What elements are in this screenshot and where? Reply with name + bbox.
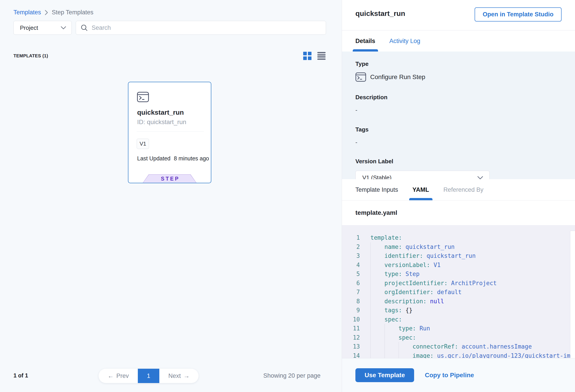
grid-view-icon[interactable] xyxy=(303,52,311,60)
search-box xyxy=(76,21,326,35)
template-details-panel: quickstart_run Open in Template Studio D… xyxy=(342,0,575,392)
details-footer: Use Template Copy to Pipeline xyxy=(342,358,575,392)
terminal-icon xyxy=(355,72,366,82)
yaml-subtabs: Template Inputs YAML Referenced By xyxy=(342,179,575,201)
breadcrumb: Templates Step Templates xyxy=(13,9,94,16)
pagination: ← Prev 1 Next → xyxy=(99,369,198,383)
view-toggles xyxy=(303,52,326,60)
yaml-code-lines: 1template:2 name: quickstart_run3 identi… xyxy=(342,233,575,358)
copy-to-pipeline-link[interactable]: Copy to Pipeline xyxy=(425,372,474,379)
tab-activity-log[interactable]: Activity Log xyxy=(389,30,420,51)
breadcrumb-current: Step Templates xyxy=(52,9,94,16)
version-label: Version Label xyxy=(355,158,562,165)
step-type-ribbon: STEP xyxy=(143,174,196,183)
description-label: Description xyxy=(355,94,562,101)
pagination-position: 1 of 1 xyxy=(13,372,28,379)
yaml-line: 7 orgIdentifier: default xyxy=(342,288,575,297)
search-icon xyxy=(80,24,88,32)
yaml-line: 14 image: us.gcr.io/playground-123/quick… xyxy=(342,351,575,359)
scope-select[interactable]: Project xyxy=(13,21,72,35)
next-page-button[interactable]: Next → xyxy=(159,369,198,383)
yaml-file-name: template.yaml xyxy=(355,209,397,216)
yaml-line: 4 versionLabel: V1 xyxy=(342,260,575,270)
tags-value: - xyxy=(355,139,562,146)
templates-list-panel: Templates Step Templates Project TEMPLAT… xyxy=(0,0,342,392)
template-card-title: quickstart_run xyxy=(137,109,184,116)
yaml-line: 6 projectIdentifier: ArchitProject xyxy=(342,279,575,288)
yaml-line: 13 connectorRef: account.harnessImage xyxy=(342,342,575,351)
yaml-code-block: 1template:2 name: quickstart_run3 identi… xyxy=(342,225,575,358)
tab-template-inputs[interactable]: Template Inputs xyxy=(355,179,398,200)
next-arrow-icon: → xyxy=(184,372,190,379)
description-value: - xyxy=(355,107,562,114)
open-in-template-studio-button[interactable]: Open in Template Studio xyxy=(475,7,562,22)
scope-select-value: Project xyxy=(20,24,38,31)
tab-details[interactable]: Details xyxy=(355,30,375,51)
yaml-line: 1template: xyxy=(342,233,575,242)
tab-referenced-by[interactable]: Referenced By xyxy=(443,179,483,200)
details-title: quickstart_run xyxy=(355,9,405,18)
type-label: Type xyxy=(355,61,562,68)
indent-guide xyxy=(399,342,399,358)
yaml-line: 10 spec: xyxy=(342,315,575,324)
prev-page-button[interactable]: ← Prev xyxy=(99,369,138,383)
terminal-icon xyxy=(137,92,149,102)
details-tabs: Details Activity Log xyxy=(342,30,575,51)
yaml-line: 3 identifier: quickstart_run xyxy=(342,251,575,260)
indent-guide xyxy=(384,324,385,358)
yaml-line: 11 type: Run xyxy=(342,324,575,333)
version-badge: V1 xyxy=(137,139,149,149)
yaml-line: 9 tags: {} xyxy=(342,306,575,315)
yaml-line: 12 spec: xyxy=(342,333,575,342)
yaml-line: 2 name: quickstart_run xyxy=(342,242,575,252)
list-view-icon[interactable] xyxy=(317,52,326,60)
chevron-down-icon xyxy=(477,176,483,179)
prev-label: Prev xyxy=(116,372,129,379)
chevron-down-icon xyxy=(61,26,66,29)
card-divider xyxy=(137,131,204,132)
file-row: template.yaml xyxy=(342,201,575,225)
templates-count-heading: TEMPLATES (1) xyxy=(13,53,48,58)
last-updated-value: 8 minutes ago xyxy=(174,155,209,162)
details-header: quickstart_run Open in Template Studio xyxy=(342,0,575,30)
template-card-id: ID: quickstart_run xyxy=(137,118,186,126)
last-updated-label: Last Updated xyxy=(137,155,170,162)
yaml-line: 5 type: Step xyxy=(342,270,575,279)
breadcrumb-templates-link[interactable]: Templates xyxy=(13,9,41,16)
yaml-line: 8 description: null xyxy=(342,297,575,306)
tags-label: Tags xyxy=(355,126,562,133)
type-value: Configure Run Step xyxy=(370,73,425,81)
prev-arrow-icon: ← xyxy=(108,372,114,379)
step-type-ribbon-label: STEP xyxy=(160,176,180,182)
use-template-button[interactable]: Use Template xyxy=(355,368,414,382)
next-label: Next xyxy=(168,372,181,379)
breadcrumb-chevron-icon xyxy=(45,10,48,15)
last-updated-row: Last Updated 8 minutes ago xyxy=(137,155,209,162)
tab-yaml[interactable]: YAML xyxy=(412,179,429,200)
template-card[interactable]: quickstart_run ID: quickstart_run V1 Las… xyxy=(128,82,211,183)
code-scrollbar[interactable] xyxy=(570,231,575,358)
page-size-label: Showing 20 per page xyxy=(263,372,320,379)
indent-guide xyxy=(370,242,371,358)
page-1-button[interactable]: 1 xyxy=(138,369,159,383)
search-input[interactable] xyxy=(92,24,321,31)
type-row: Configure Run Step xyxy=(355,72,562,82)
details-section: Type Configure Run Step Description - Ta… xyxy=(342,51,575,179)
